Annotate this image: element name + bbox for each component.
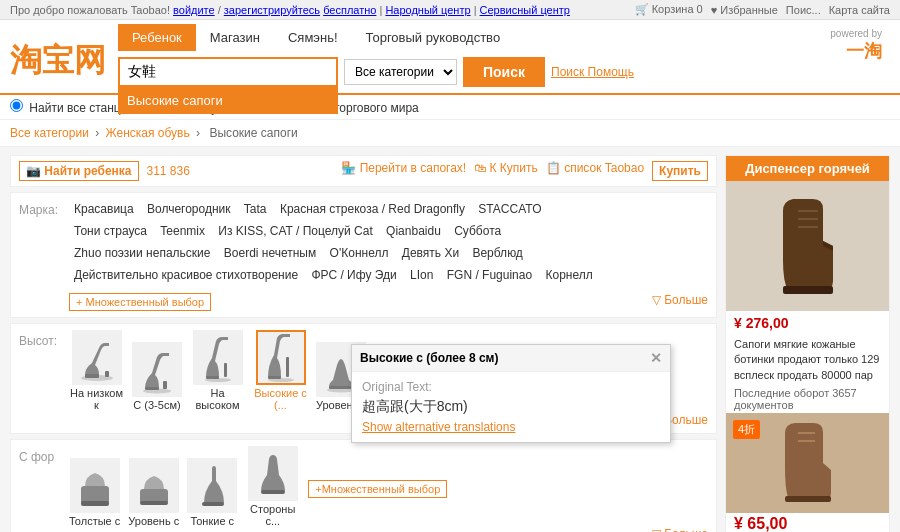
search-button[interactable]: Поиск <box>463 57 545 87</box>
height-img-very-high <box>256 330 306 385</box>
brand-staccato[interactable]: STACCATO <box>474 200 545 218</box>
buy-button[interactable]: Купить <box>652 161 708 181</box>
sidebar-price-2: ¥ 65,00 <box>726 513 889 532</box>
tab-torgoviy[interactable]: Торговый руководство <box>352 24 515 51</box>
free-link[interactable]: бесплатно <box>323 4 376 16</box>
list-taobao-link[interactable]: 📋 список Taobao <box>546 161 644 181</box>
svg-rect-18 <box>202 502 224 506</box>
yitao-logo: 一淘 <box>818 39 882 63</box>
form-item-side[interactable]: Стороны с... <box>245 446 300 527</box>
brand-qianbaidu[interactable]: Qianbaidu <box>382 222 445 240</box>
sidebar-boot-image-1 <box>726 181 889 311</box>
brand-zhuo[interactable]: Zhuo поэзии непальские <box>70 244 214 262</box>
brand-row-1: Красавица Волчегородник Tata Красная стр… <box>69 199 708 219</box>
powered-by-label: powered by <box>818 28 882 39</box>
form-label-thick: Толстые с <box>69 515 120 527</box>
height-item-low[interactable]: На низком к <box>69 330 124 411</box>
form-img-thin <box>187 458 237 513</box>
svg-rect-4 <box>145 387 159 390</box>
right-sidebar: Диспенсер горячей ¥ 276,00 Сапоги мягкие… <box>725 155 890 532</box>
svg-rect-19 <box>261 490 285 494</box>
tooltip-popup: Высокие с (более 8 см) ✕ Original Text: … <box>351 344 671 443</box>
breadcrumb-all-cats[interactable]: Все категории <box>10 126 89 140</box>
height-item-very-high[interactable]: Высокие с (... <box>253 330 308 411</box>
tooltip-close-button[interactable]: ✕ <box>650 350 662 366</box>
form-label-side: Стороны с... <box>245 503 300 527</box>
map-link[interactable]: Карта сайта <box>829 4 890 16</box>
svg-rect-17 <box>140 501 168 505</box>
suggestion-item[interactable]: Высокие сапоги <box>119 88 337 113</box>
sub-search-all[interactable]: Найти все станции <box>10 99 134 115</box>
brand-row-4: Действительно красивое стихотворение ФРС… <box>69 265 708 285</box>
sidebar-panel: Диспенсер горячей ¥ 276,00 Сапоги мягкие… <box>725 155 890 532</box>
brand-toni[interactable]: Тони страуса <box>70 222 151 240</box>
brand-filter-inner: Марка: Красавица Волчегородник Tata Крас… <box>19 199 708 311</box>
height-filter-section: Высот: На низком к <box>10 323 717 434</box>
brand-subbota[interactable]: Суббота <box>450 222 505 240</box>
form-item-thin[interactable]: Тонкие с <box>187 458 237 527</box>
brand-frs[interactable]: ФРС / Ифу Эди <box>307 266 400 284</box>
form-more-label[interactable]: ▽ Больше <box>652 527 708 532</box>
brand-multiple-btn[interactable]: + Множественный выбор <box>69 293 211 311</box>
goto-sapogi-link[interactable]: 🏪 Перейти в сапогаx! <box>341 161 466 181</box>
height-label-very-high: Высокие с (... <box>253 387 308 411</box>
brand-red-dragonfly[interactable]: Красная стрекоза / Red Dragonfly <box>276 200 469 218</box>
tab-rebionok[interactable]: Ребенок <box>118 24 196 51</box>
brand-devyat[interactable]: Девять Хи <box>398 244 463 262</box>
form-item-level[interactable]: Уровень с <box>128 458 179 527</box>
search-suggestion-dropdown: Высокие сапоги <box>118 87 338 114</box>
height-img-high <box>193 330 243 385</box>
svg-rect-24 <box>785 496 831 502</box>
brand-teenmix[interactable]: Teenmix <box>156 222 209 240</box>
top-bar: Про добро пожаловать Taobao! войдите / з… <box>0 0 900 20</box>
form-filter-section: С фор Толстые с <box>10 439 717 532</box>
brand-boerdi[interactable]: Boerdi нечетным <box>220 244 320 262</box>
brand-volche[interactable]: Волчегородник <box>143 200 235 218</box>
height-label-low: На низком к <box>69 387 124 411</box>
search-top-link[interactable]: Поис... <box>786 4 821 16</box>
brand-row-2: Тони страуса Teenmix Из KISS, CAT / Поце… <box>69 221 708 241</box>
height-item-3-5[interactable]: С (3-5см) <box>132 342 182 411</box>
find-child-button[interactable]: 📷 Найти ребенка <box>19 161 139 181</box>
tooltip-header: Высокие с (более 8 см) ✕ <box>352 345 670 372</box>
tooltip-title: Высокие с (более 8 см) <box>360 351 498 365</box>
form-filter-inner: С фор Толстые с <box>19 446 708 532</box>
height-item-high[interactable]: На высоком <box>190 330 245 411</box>
form-item-thick[interactable]: Толстые с <box>69 458 120 527</box>
show-alt-translations-link[interactable]: Show alternative translations <box>362 420 515 434</box>
height-label-3-5: С (3-5см) <box>133 399 180 411</box>
tab-syamen[interactable]: Сямэнь! <box>274 24 352 51</box>
search-help-link[interactable]: Поиск Помощь <box>551 65 634 79</box>
brand-krasavitsa[interactable]: Красавица <box>70 200 138 218</box>
brand-deystvitelno[interactable]: Действительно красивое стихотворение <box>70 266 302 284</box>
form-img-level <box>129 458 179 513</box>
breadcrumb-womens-shoes[interactable]: Женская обувь <box>106 126 190 140</box>
brand-tata[interactable]: Tata <box>240 200 271 218</box>
register-link[interactable]: зарегистрируйтесь <box>224 4 320 16</box>
service-center-link[interactable]: Сервисный центр <box>480 4 570 16</box>
search-input[interactable] <box>118 57 338 87</box>
category-select[interactable]: Все категории <box>344 59 457 85</box>
count-text: 311 836 <box>147 164 190 178</box>
k-kupit-link[interactable]: 🛍 К Купить <box>474 161 538 181</box>
filter-toolbar-left: 📷 Найти ребенка 311 836 <box>19 161 190 181</box>
brand-kiss[interactable]: Из KISS, CAT / Поцелуй Cat <box>214 222 376 240</box>
height-img-low <box>72 330 122 385</box>
tab-magazin[interactable]: Магазин <box>196 24 274 51</box>
sidebar-boot-image-2: 4折 <box>726 413 889 513</box>
form-multiple-btn[interactable]: +Множественный выбор <box>308 480 447 498</box>
nav-tabs: Ребенок Магазин Сямэнь! Торговый руковод… <box>118 20 810 51</box>
brand-fgn[interactable]: FGN / Fuguinao <box>443 266 536 284</box>
brand-okonnell[interactable]: O'Коннелл <box>326 244 393 262</box>
people-center-link[interactable]: Народный центр <box>385 4 470 16</box>
brand-verblyud[interactable]: Верблюд <box>468 244 526 262</box>
cart-link[interactable]: 🛒 Корзина 0 <box>635 3 703 16</box>
svg-rect-20 <box>783 286 833 294</box>
favorites-link[interactable]: ♥ Избранные <box>711 4 778 16</box>
login-link[interactable]: войдите <box>173 4 215 16</box>
svg-rect-8 <box>224 363 227 377</box>
brand-lion[interactable]: LIon <box>406 266 437 284</box>
svg-rect-13 <box>329 386 353 389</box>
brand-more-label[interactable]: ▽ Больше <box>652 293 708 307</box>
brand-kornell[interactable]: Корнелл <box>541 266 596 284</box>
